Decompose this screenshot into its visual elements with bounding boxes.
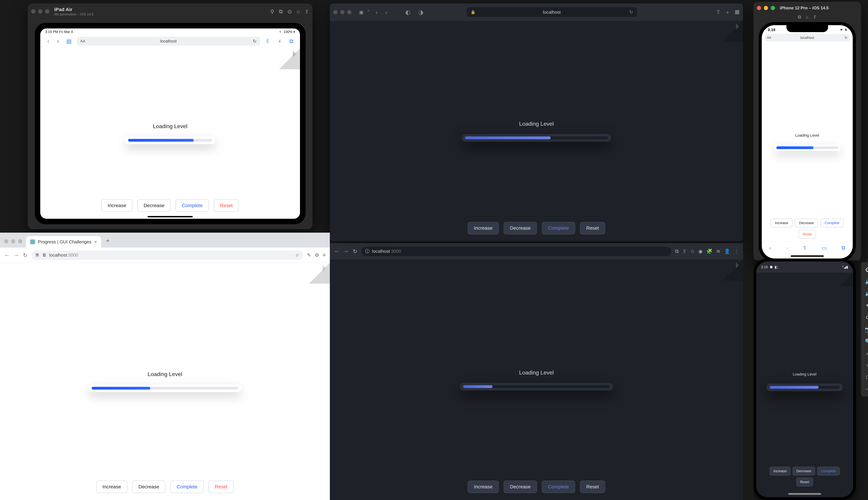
more-icon[interactable]: ⋯	[865, 386, 868, 392]
home-icon[interactable]: ⌂	[806, 14, 809, 20]
url-field[interactable]: ⛨ 🗎 localhost:3000 ☆	[32, 251, 303, 260]
ext-icon[interactable]: ⧉	[675, 248, 678, 254]
reset-button[interactable]: Reset	[208, 480, 234, 493]
increase-button[interactable]: Increase	[468, 480, 499, 493]
record-icon[interactable]: ⊙	[287, 9, 292, 14]
increase-button[interactable]: Increase	[769, 467, 791, 476]
forward-button[interactable]: →	[13, 252, 19, 258]
window-zoom[interactable]	[347, 10, 351, 14]
screenshot-icon[interactable]: ⧉	[279, 9, 283, 14]
complete-button[interactable]: Complete	[175, 199, 209, 212]
window-minimize[interactable]	[11, 239, 15, 243]
forward-button[interactable]: ›	[384, 9, 389, 16]
forward-button[interactable]: →	[343, 248, 349, 254]
site-info-icon[interactable]: 🗎	[42, 252, 47, 258]
menu-icon[interactable]: ⋮	[734, 248, 739, 254]
reload-button[interactable]: ↻	[353, 248, 357, 255]
back-button[interactable]: ←	[334, 248, 340, 254]
url-field[interactable]: AA localhost ↻	[765, 34, 850, 42]
close-icon[interactable]: × —	[867, 259, 868, 263]
reset-button[interactable]: Reset	[799, 230, 816, 239]
new-tab-button[interactable]: ＋	[105, 237, 111, 245]
reload-icon[interactable]: ↻	[845, 36, 847, 40]
url-field[interactable]: 🔒 localhost ↻	[467, 7, 637, 17]
volume-down-icon[interactable]: 🔉	[865, 291, 868, 296]
window-minimize[interactable]	[340, 10, 344, 14]
decrease-button[interactable]: Decrease	[504, 222, 537, 234]
window-close[interactable]	[31, 9, 35, 13]
tabs-icon[interactable]: ⧉	[288, 38, 295, 44]
overview-icon[interactable]: □	[866, 374, 868, 380]
reload-button[interactable]: ↻	[23, 252, 27, 259]
url-field[interactable]: AA localhost ↻	[77, 37, 260, 46]
increase-button[interactable]: Increase	[101, 199, 133, 212]
forward-button[interactable]: ›	[786, 245, 788, 251]
appearance-icon[interactable]: ◑	[416, 9, 425, 16]
reload-icon[interactable]: ↻	[253, 38, 256, 44]
text-size-icon[interactable]: AA	[80, 39, 85, 43]
back-button[interactable]: ‹	[374, 9, 379, 16]
increase-button[interactable]: Increase	[771, 218, 792, 227]
window-zoom[interactable]	[45, 9, 49, 13]
ext-icon[interactable]: ✎	[307, 252, 311, 258]
close-tab-icon[interactable]: ×	[94, 239, 97, 245]
tabs-icon[interactable]: ⧉	[842, 245, 845, 251]
bookmark-icon[interactable]: ☆	[295, 252, 299, 258]
complete-button[interactable]: Complete	[170, 480, 204, 493]
new-tab-icon[interactable]: ＋	[275, 37, 284, 45]
pin-icon[interactable]: ⚲	[270, 9, 274, 14]
sidebar-icon[interactable]: ▣	[359, 9, 364, 15]
decrease-button[interactable]: Decrease	[504, 480, 537, 493]
back-icon[interactable]: ◁	[866, 350, 868, 356]
volume-up-icon[interactable]: 🔊	[865, 279, 868, 285]
site-info-icon[interactable]: ⓘ	[365, 248, 369, 254]
decrease-button[interactable]: Decrease	[132, 480, 165, 493]
share-icon[interactable]: ⇧	[802, 245, 807, 251]
complete-button[interactable]: Complete	[542, 480, 575, 493]
rotate-right-icon[interactable]: ⟳	[866, 315, 868, 320]
tab-overview-icon[interactable]: ▦	[735, 9, 740, 16]
window-zoom[interactable]	[18, 239, 22, 243]
back-button[interactable]: ‹	[45, 37, 52, 45]
complete-button[interactable]: Complete	[817, 467, 840, 476]
rotate-left-icon[interactable]: ⟲	[866, 303, 868, 308]
screenshot-icon[interactable]: ⧉	[798, 14, 801, 20]
reset-button[interactable]: Reset	[214, 199, 239, 212]
profile-icon[interactable]: 👤	[724, 248, 730, 254]
shield-icon[interactable]: ◐	[404, 9, 412, 16]
reset-button[interactable]: Reset	[580, 222, 605, 234]
browser-tab[interactable]: Progress | GUI Challenges ×	[26, 236, 101, 248]
complete-button[interactable]: Complete	[542, 222, 575, 234]
window-close[interactable]	[757, 6, 761, 10]
reset-button[interactable]: Reset	[580, 480, 605, 493]
increase-button[interactable]: Increase	[468, 222, 499, 234]
power-icon[interactable]: ⏻	[865, 267, 868, 273]
window-minimize[interactable]	[764, 6, 768, 10]
reset-button[interactable]: Reset	[796, 478, 813, 487]
url-field[interactable]: ⓘ localhost:3000	[361, 247, 671, 256]
decrease-button[interactable]: Decrease	[793, 467, 815, 476]
share-icon[interactable]: ⇧	[683, 248, 686, 254]
text-size-icon[interactable]: AA	[767, 36, 771, 39]
window-close[interactable]	[333, 10, 338, 14]
increase-button[interactable]: Increase	[96, 480, 127, 493]
sidebar-icon[interactable]: ▤	[65, 38, 73, 44]
menu-icon[interactable]: ≡	[323, 252, 326, 258]
chevron-down-icon[interactable]: ˅	[367, 9, 370, 15]
window-minimize[interactable]	[38, 9, 42, 13]
back-button[interactable]: ←	[4, 252, 10, 258]
zoom-icon[interactable]: 🔍	[865, 338, 868, 344]
new-tab-icon[interactable]: ＋	[725, 9, 730, 16]
shield-icon[interactable]: ⛨	[35, 252, 40, 258]
ext-icon[interactable]: ≋	[716, 248, 720, 254]
complete-button[interactable]: Complete	[820, 218, 844, 227]
home-icon[interactable]: ○	[866, 362, 868, 368]
back-button[interactable]: ‹	[769, 245, 771, 251]
rotate-icon[interactable]: ⇪	[813, 14, 816, 20]
forward-button[interactable]: ›	[55, 37, 61, 45]
ext-icon[interactable]: ◉	[698, 248, 703, 254]
decrease-button[interactable]: Decrease	[137, 199, 171, 212]
bookmark-icon[interactable]: ☆	[690, 248, 695, 254]
extensions-icon[interactable]: 🧩	[706, 248, 712, 254]
decrease-button[interactable]: Decrease	[795, 218, 818, 227]
